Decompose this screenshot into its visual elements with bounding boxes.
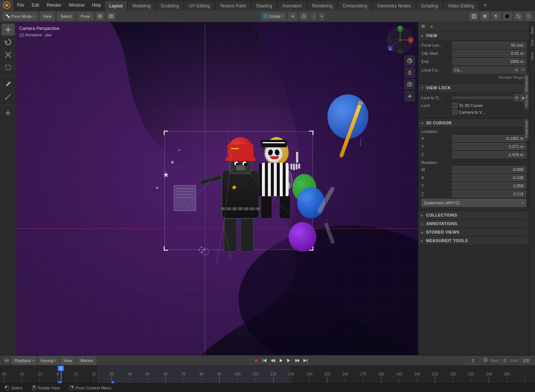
tool-rotate[interactable] (1, 36, 15, 48)
svg-text:40: 40 (127, 372, 132, 376)
tab-layout[interactable]: Layout (105, 1, 127, 10)
viewport-shading-solid[interactable] (481, 12, 489, 20)
tool-transform[interactable] (1, 61, 15, 73)
end-frame-input[interactable]: 120 (520, 358, 532, 363)
menu-file[interactable]: File (13, 0, 28, 10)
tool-annotate[interactable] (1, 78, 15, 90)
camera-to-v-checkbox[interactable] (452, 110, 458, 115)
focal-len-value[interactable]: 50 mm (452, 42, 526, 48)
timeline-marker-btn[interactable]: Marker (77, 356, 96, 365)
tab-texture-paint[interactable]: Texture Paint (216, 1, 251, 10)
menu-window[interactable]: Window (65, 0, 88, 10)
stored-views-header[interactable]: Stored Views · · · (418, 228, 529, 236)
nav-gizmo[interactable]: Y X Z (385, 25, 415, 55)
tool-measure[interactable] (1, 91, 15, 103)
cursor-rx-value[interactable]: -0.438 (452, 174, 526, 181)
viewport-camera-icon[interactable] (405, 79, 415, 90)
play-reverse-btn[interactable] (277, 357, 285, 364)
cursor-x-value[interactable]: -0.1401 m (452, 135, 526, 142)
cursor-z-value[interactable]: -1.476 m (452, 151, 526, 158)
lock-to-picker[interactable] (514, 94, 519, 101)
to-3d-cursor-checkbox[interactable] (452, 103, 458, 108)
viewport-shading-material[interactable] (492, 12, 501, 20)
stored-views-title: Stored Views (426, 230, 459, 234)
cursor-3d-header[interactable]: 3D Cursor (418, 119, 529, 127)
step-forward-btn[interactable] (293, 357, 301, 364)
powersave-label[interactable]: PowerSave (524, 118, 529, 140)
transform-orient-dropdown[interactable]: 🌐 Global ▾ (260, 12, 286, 20)
tab-shading[interactable]: Shading (252, 1, 277, 10)
snap-btn[interactable] (299, 12, 308, 20)
playback-dropdown[interactable]: Playback ▾ (12, 356, 37, 365)
annotations-header[interactable]: Annotations · · · (418, 220, 529, 228)
vtab-view[interactable]: View (529, 50, 535, 64)
cursor-ry-value[interactable]: 0.058 (452, 182, 526, 189)
tab-scripting[interactable]: Scripting (416, 1, 443, 10)
viewport-nav-icon[interactable] (405, 91, 415, 101)
tab-geometry-nodes[interactable]: Geometry Nodes (373, 1, 416, 10)
overlay-btn[interactable] (107, 12, 116, 20)
panel-close-btn[interactable]: × (429, 24, 435, 30)
add-workspace-btn[interactable]: + (480, 0, 491, 10)
menu-render[interactable]: Render (43, 0, 65, 10)
viewport-shading-rendered[interactable] (503, 12, 512, 20)
viewport-render-icon[interactable] (405, 56, 415, 66)
local-camera-value[interactable]: Ca... (452, 67, 513, 73)
tool-move[interactable] (1, 24, 15, 36)
cursor-w-value[interactable]: -0.889 (452, 166, 526, 173)
current-frame-display[interactable]: 2 (466, 357, 481, 364)
view-lock-header[interactable]: View Lock (418, 84, 529, 92)
menu-help[interactable]: Help (88, 0, 105, 10)
clip-start-value[interactable]: 0.01 m (452, 50, 526, 57)
render-region-btn[interactable] (469, 12, 478, 20)
camera-picker-btn[interactable] (514, 66, 519, 74)
start-frame-input[interactable]: 0 (501, 358, 508, 363)
play-forward-btn[interactable] (285, 357, 293, 364)
step-back-btn[interactable] (269, 357, 276, 364)
cursor-rz-value[interactable]: 0.119 (452, 191, 526, 197)
view-menu-btn[interactable]: View (40, 12, 55, 20)
view-section-header[interactable]: View (418, 31, 529, 40)
lock-to-value[interactable] (452, 97, 513, 99)
tool-scale[interactable] (1, 49, 15, 61)
bone-display-btn[interactable] (96, 12, 104, 20)
viewport-grab-icon[interactable] (405, 67, 415, 78)
proportional-edit-btn[interactable]: ○ (310, 12, 317, 20)
cursor-y-value[interactable]: 3.271 m (452, 143, 526, 150)
render-region-label: Render Region (421, 75, 526, 80)
xray-toggle-btn[interactable]: ⊡ (525, 12, 532, 20)
tab-video-editing[interactable]: Video Editing (444, 1, 479, 10)
select-menu-btn[interactable]: Select (57, 12, 75, 20)
pose-menu-btn[interactable]: Pose (77, 12, 93, 20)
record-btn[interactable]: ⏺ (253, 357, 260, 364)
tab-compositing[interactable]: Compositing (338, 1, 372, 10)
tab-rendering[interactable]: Rendering (308, 1, 337, 10)
local-camera-label: Local Ca... (421, 68, 451, 72)
blenderkit-label[interactable]: BlenderKit (524, 74, 529, 94)
tab-uv-editing[interactable]: UV Editing (185, 1, 215, 10)
timeline-type-icon[interactable] (3, 357, 10, 364)
timeline-ruler-area[interactable]: -30 -20 -10 0 10 20 30 (0, 366, 535, 383)
menu-edit[interactable]: Edit (28, 0, 43, 10)
jump-start-btn[interactable] (261, 357, 268, 364)
viewport-overlays-btn[interactable] (514, 12, 523, 20)
tab-animation[interactable]: Animation (278, 1, 307, 10)
rot-mode-dropdown[interactable]: Quaternion (WXYZ) ▾ (421, 199, 526, 207)
panel-collapse-icon[interactable]: ⊞ (421, 24, 427, 30)
vtab-item[interactable]: Item (529, 24, 535, 37)
timeline-view-btn[interactable]: View (60, 356, 76, 365)
tool-cursor[interactable]: ✛ (1, 107, 15, 119)
proportional-dropdown[interactable]: ▾ (319, 12, 325, 20)
end-value[interactable]: 1000 m (452, 58, 526, 65)
pivot-point-btn[interactable] (288, 12, 297, 20)
vtab-tool[interactable]: Tool (529, 37, 535, 49)
mode-dropdown[interactable]: 🦴 Pose Mode ▾ (3, 12, 37, 20)
keying-dropdown[interactable]: Keying ▾ (38, 356, 59, 365)
tab-modeling[interactable]: Modeling (128, 1, 156, 10)
measureit-header[interactable]: MeasureIt Tools · · · (418, 237, 529, 245)
collections-header[interactable]: Collections · · · (418, 211, 529, 219)
jump-end-btn[interactable] (302, 357, 309, 364)
ocdinput-label[interactable]: OCD lite (524, 93, 529, 110)
camera-remove-btn[interactable]: × (520, 66, 526, 74)
tab-sculpting[interactable]: Sculpting (156, 1, 184, 10)
